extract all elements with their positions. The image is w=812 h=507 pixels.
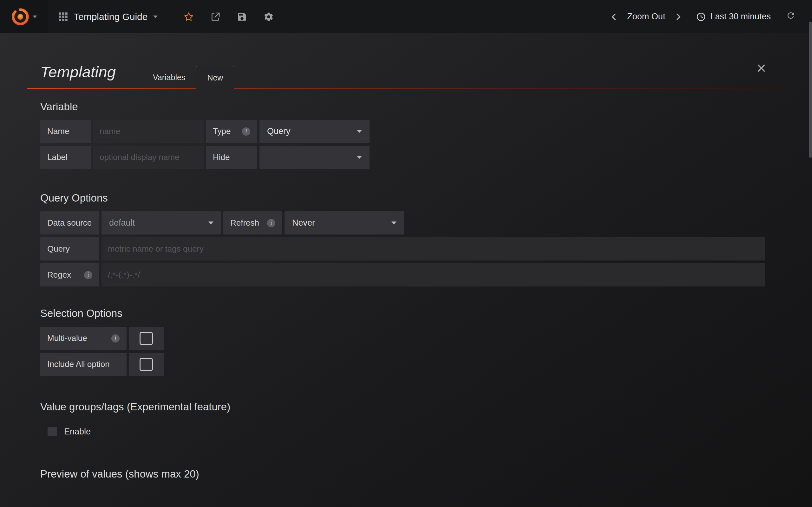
datasource-label: Data source: [40, 211, 99, 234]
include-all-row: Include All option: [40, 353, 765, 376]
name-label: Name: [40, 120, 91, 143]
scrollbar-thumb[interactable]: [809, 21, 812, 158]
chevron-right-icon: [674, 13, 682, 21]
label-label: Label: [40, 146, 91, 169]
grafana-page: Templating Guide: [0, 0, 812, 507]
chevron-left-icon: [610, 13, 618, 21]
refresh-label: Refresh i: [223, 211, 282, 234]
multi-value-label: Multi-value i: [40, 327, 126, 350]
refresh-select[interactable]: Never: [285, 211, 404, 234]
include-all-label: Include All option: [40, 353, 126, 376]
time-shift-forward-button[interactable]: [673, 12, 683, 21]
regex-label: Regex i: [40, 263, 99, 286]
enable-checkbox[interactable]: [48, 427, 57, 436]
hide-select[interactable]: [259, 146, 369, 169]
regex-label-text: Regex: [47, 270, 71, 280]
save-button[interactable]: [237, 11, 247, 22]
time-shift-back-button[interactable]: [609, 12, 619, 21]
info-icon[interactable]: i: [84, 271, 92, 279]
chevron-down-icon: [357, 156, 362, 159]
gear-icon: [264, 12, 274, 22]
time-controls: Zoom Out Last 30 minutes: [609, 0, 812, 33]
dashboard-title: Templating Guide: [73, 11, 148, 22]
type-label-text: Type: [213, 126, 231, 136]
refresh-label-text: Refresh: [230, 218, 259, 228]
enable-row: Enable: [48, 425, 765, 439]
checkbox-icon: [140, 332, 153, 345]
type-select-value: Query: [267, 126, 291, 136]
zoom-out-button[interactable]: Zoom Out: [627, 12, 665, 21]
settings-button[interactable]: [263, 11, 274, 22]
tab-new[interactable]: New: [196, 66, 234, 89]
value-groups-heading: Value groups/tags (Experimental feature): [40, 401, 765, 413]
clock-icon: [696, 12, 706, 21]
name-input[interactable]: [93, 120, 204, 143]
grafana-logo-icon: [11, 8, 30, 26]
selection-options-heading: Selection Options: [40, 307, 765, 320]
chevron-down-icon: [33, 15, 37, 18]
editor-header: Templating Variables New: [40, 33, 765, 89]
query-input[interactable]: [101, 237, 765, 261]
dashboard-grid-icon: [58, 12, 68, 21]
datasource-row: Data source default Refresh i Never: [40, 211, 765, 234]
top-navbar: Templating Guide: [0, 0, 812, 33]
close-button[interactable]: [756, 62, 767, 74]
label-input[interactable]: [93, 146, 204, 169]
info-icon[interactable]: i: [267, 219, 275, 227]
editor-tabs: Variables New: [142, 66, 234, 89]
regex-input[interactable]: [101, 263, 765, 286]
multi-value-label-text: Multi-value: [47, 333, 87, 343]
chevron-down-icon: [208, 222, 213, 224]
chevron-down-icon: [392, 222, 397, 224]
variable-name-row: Name Type i Query: [40, 120, 765, 143]
star-button[interactable]: [183, 11, 194, 22]
refresh-icon: [786, 11, 796, 20]
datasource-select-value: default: [109, 218, 135, 228]
info-icon[interactable]: i: [111, 334, 119, 343]
refresh-select-value: Never: [292, 218, 315, 228]
save-icon: [237, 12, 247, 22]
templating-editor: Templating Variables New Variable Name T…: [0, 33, 812, 507]
query-options-heading: Query Options: [40, 192, 765, 204]
grafana-menu-button[interactable]: [0, 0, 48, 33]
refresh-button[interactable]: [786, 11, 796, 22]
star-icon: [184, 12, 194, 22]
close-icon: [757, 64, 766, 72]
type-select[interactable]: Query: [259, 120, 369, 143]
chevron-down-icon: [357, 130, 362, 133]
info-icon[interactable]: i: [242, 127, 250, 135]
type-label: Type i: [206, 120, 257, 143]
query-row: Query: [40, 237, 765, 261]
checkbox-icon: [140, 358, 153, 371]
multi-value-row: Multi-value i: [40, 327, 765, 350]
enable-label: Enable: [64, 427, 91, 437]
dashboard-picker[interactable]: Templating Guide: [48, 0, 169, 33]
datasource-select[interactable]: default: [101, 211, 221, 234]
regex-row: Regex i: [40, 263, 765, 286]
time-range-picker[interactable]: Last 30 minutes: [696, 12, 771, 21]
hide-label: Hide: [206, 146, 257, 169]
include-all-checkbox[interactable]: [129, 353, 164, 376]
editor-title: Templating: [40, 63, 142, 89]
preview-heading: Preview of values (shows max 20): [40, 468, 765, 480]
variable-label-row: Label Hide: [40, 146, 765, 169]
time-range-label: Last 30 minutes: [710, 12, 771, 21]
share-button[interactable]: [210, 11, 221, 22]
variable-section-heading: Variable: [40, 101, 765, 113]
tab-variables[interactable]: Variables: [142, 66, 196, 89]
chevron-down-icon: [153, 15, 158, 18]
multi-value-checkbox[interactable]: [129, 327, 164, 350]
share-icon: [210, 12, 220, 22]
dashboard-toolbar: [169, 0, 288, 33]
query-label: Query: [40, 237, 99, 261]
